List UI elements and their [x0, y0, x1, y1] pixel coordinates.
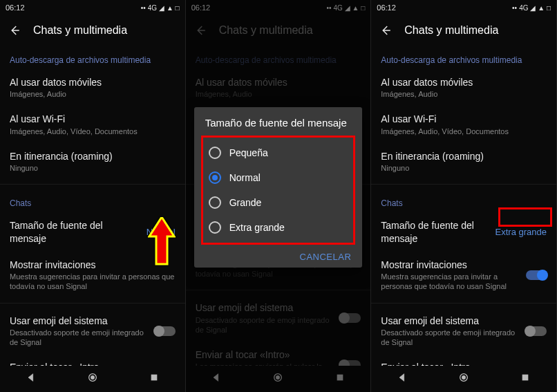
- toggle-invites[interactable]: [526, 270, 547, 280]
- settings-list: Auto-descarga de archivos multimedia Al …: [371, 46, 556, 366]
- annotation-highlight: [498, 207, 552, 227]
- clock: 06:12: [6, 3, 25, 12]
- clock: 06:12: [377, 3, 396, 12]
- radio-extra-large[interactable]: Extra grande: [207, 215, 350, 240]
- toggle-emoji[interactable]: [155, 326, 176, 336]
- nav-home-icon[interactable]: [458, 372, 469, 386]
- screen-3: 06:12 ••4G ◢ ▲ □ Chats y multimedia Auto…: [371, 0, 557, 392]
- nav-recent-icon[interactable]: [149, 372, 160, 386]
- radio-normal[interactable]: Normal: [207, 165, 350, 190]
- back-arrow-icon[interactable]: [8, 24, 21, 37]
- annotation-arrow-icon: [148, 217, 176, 265]
- nav-back-icon[interactable]: [397, 372, 408, 386]
- item-system-emoji[interactable]: Usar emoji del sistemaDesactivado soport…: [0, 308, 185, 355]
- item-roaming[interactable]: En itinerancia (roaming)Ninguno: [371, 143, 556, 180]
- page-title: Chats y multimedia: [33, 24, 127, 37]
- item-roaming[interactable]: En itinerancia (roaming)Ninguno: [0, 143, 185, 180]
- cancel-button[interactable]: CANCELAR: [300, 252, 352, 262]
- svg-point-1: [91, 375, 94, 379]
- nav-back-icon[interactable]: [26, 372, 37, 386]
- nav-home-icon[interactable]: [87, 372, 98, 386]
- item-wifi[interactable]: Al usar Wi-FiImágenes, Audio, Vídeo, Doc…: [0, 106, 185, 142]
- svg-rect-8: [522, 375, 528, 380]
- svg-point-7: [462, 375, 465, 379]
- font-size-dialog: Tamaño de fuente del mensaje Pequeña Nor…: [194, 107, 363, 268]
- item-wifi[interactable]: Al usar Wi-FiImágenes, Audio, Vídeo, Doc…: [371, 106, 556, 142]
- radio-icon: [209, 171, 221, 184]
- svg-rect-2: [151, 375, 157, 380]
- radio-large[interactable]: Grande: [207, 190, 350, 215]
- status-icons: ••4G ◢ ▲ □: [141, 4, 180, 12]
- back-arrow-icon[interactable]: [379, 24, 392, 37]
- item-system-emoji[interactable]: Usar emoji del sistemaDesactivado soport…: [371, 308, 556, 355]
- item-mobile-data[interactable]: Al usar datos móvilesImágenes, Audio: [0, 69, 185, 106]
- settings-list: Auto-descarga de archivos multimedia Al …: [0, 46, 185, 366]
- status-bar: 06:12 ••4G ◢ ▲ □: [0, 0, 185, 15]
- nav-recent-icon[interactable]: [520, 372, 531, 386]
- annotation-highlight: Pequeña Normal Grande Extra grande: [201, 136, 356, 245]
- item-enter-send[interactable]: Enviar al tocar «Intro»Los mensajes se e…: [371, 354, 556, 366]
- section-media: Auto-descarga de archivos multimedia: [0, 46, 185, 69]
- radio-icon: [209, 147, 221, 159]
- nav-bar: [371, 366, 556, 392]
- screen-1: 06:12 ••4G ◢ ▲ □ Chats y multimedia Auto…: [0, 0, 186, 392]
- dialog-title: Tamaño de fuente del mensaje: [201, 117, 356, 129]
- toggle-emoji[interactable]: [526, 326, 547, 336]
- page-title: Chats y multimedia: [404, 24, 498, 37]
- divider: [0, 184, 185, 185]
- item-invites[interactable]: Mostrar invitacionesMuestra sugerencias …: [371, 252, 556, 299]
- item-mobile-data[interactable]: Al usar datos móvilesImágenes, Audio: [371, 69, 556, 106]
- status-icons: ••4G ◢ ▲ □: [512, 4, 551, 12]
- section-media: Auto-descarga de archivos multimedia: [371, 46, 556, 69]
- status-bar: 06:12 ••4G ◢ ▲ □: [371, 0, 556, 15]
- item-enter-send[interactable]: Enviar al tocar «Intro»Los mensajes se e…: [0, 354, 185, 366]
- radio-small[interactable]: Pequeña: [207, 140, 350, 165]
- divider: [371, 303, 556, 304]
- nav-bar: [0, 366, 185, 392]
- screen-2: 06:12 ••4G ◢ ▲ □ Chats y multimedia Auto…: [186, 0, 372, 392]
- app-bar: Chats y multimedia: [371, 15, 556, 46]
- radio-icon: [209, 221, 221, 234]
- divider: [371, 184, 556, 185]
- radio-icon: [209, 196, 221, 209]
- font-size-value: Extra grande: [495, 227, 547, 237]
- section-chats: Chats: [0, 189, 185, 212]
- divider: [0, 303, 185, 304]
- app-bar: Chats y multimedia: [0, 15, 185, 46]
